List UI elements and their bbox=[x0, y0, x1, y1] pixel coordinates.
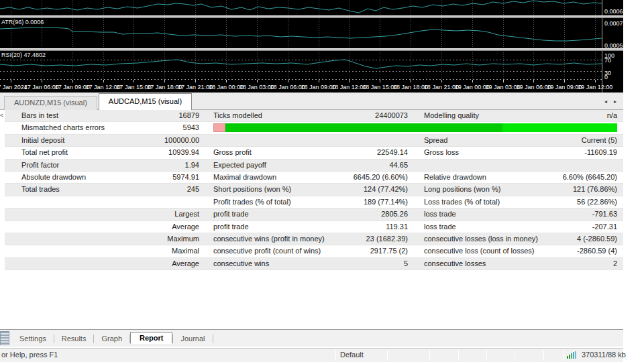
time-axis-label: 19 Jan 00:00 bbox=[455, 84, 490, 90]
time-axis-label: 18 Jan 12:00 bbox=[331, 84, 366, 90]
tab-separator bbox=[213, 335, 213, 343]
report-row: Maximumconsecutive wins (profit in money… bbox=[5, 233, 623, 245]
time-axis-label: 19 Jan 12:00 bbox=[578, 84, 612, 90]
time-tick bbox=[595, 80, 596, 82]
report-cell-value: -11609.19 bbox=[424, 147, 617, 158]
report-cell-value: 56 (22.86%) bbox=[424, 196, 617, 208]
tester-tab-graph[interactable]: Graph bbox=[94, 335, 129, 343]
tester-tab-report[interactable]: Report bbox=[130, 332, 172, 344]
rsi-pane-line bbox=[0, 51, 602, 79]
chart-area[interactable]: 17 Jan 202417 Jan 06:0017 Jan 09:0017 Ja… bbox=[0, 0, 623, 93]
tester-tab-results[interactable]: Results bbox=[54, 335, 94, 343]
time-tick bbox=[11, 80, 11, 82]
time-tick bbox=[42, 80, 42, 82]
report-row: Initial deposit100000.00SpreadCurrent (5… bbox=[5, 135, 623, 147]
status-separator bbox=[335, 350, 336, 361]
time-tick bbox=[349, 80, 350, 82]
time-tick bbox=[226, 80, 227, 82]
quality-segment-quality-mid bbox=[225, 123, 502, 132]
chart-tab-bar: AUDNZD,M15 (visual)AUDCAD,M15 (visual) ◂… bbox=[0, 93, 623, 110]
chart-tab[interactable]: AUDNZD,M15 (visual) bbox=[4, 96, 97, 110]
tab-scroll-arrows: ◂ ▸ bbox=[604, 99, 616, 105]
memory-usage-text: 370311/88 kb bbox=[582, 351, 626, 359]
price-scale-label: 0.0005 bbox=[604, 42, 623, 49]
status-profile[interactable]: Default bbox=[340, 351, 364, 359]
report-cell-value: 245 bbox=[21, 184, 199, 195]
report-cell-value: 23 (1682.39) bbox=[213, 233, 408, 245]
report-row: Profit factor1.94Expected payoff44.65 bbox=[5, 160, 623, 172]
report-cell-value: Largest bbox=[21, 208, 199, 220]
time-axis-label: 17 Jan 2024 bbox=[0, 84, 28, 90]
time-tick bbox=[533, 80, 534, 82]
time-axis-label: 18 Jan 15:00 bbox=[362, 84, 397, 90]
indicator-label: RSI(20) 47.4802 bbox=[1, 52, 46, 58]
report-cell-value: n/a bbox=[424, 110, 617, 121]
report-row: Total net profit10939.94Gross profit2254… bbox=[5, 147, 623, 159]
tester-tab-bar: SettingsResultsGraphReportJournal bbox=[0, 329, 623, 347]
pane-separator[interactable] bbox=[0, 15, 623, 18]
price-scale-axis bbox=[602, 0, 602, 93]
price-scale-label: 0 bbox=[604, 74, 608, 80]
report-cell-value: Maximum bbox=[21, 233, 199, 245]
report-cell-value: Average bbox=[21, 258, 199, 269]
report-row: Mismatched charts errors5943 bbox=[5, 122, 623, 134]
window-grip-icon[interactable] bbox=[0, 331, 9, 345]
time-axis-label: 18 Jan 06:00 bbox=[270, 84, 305, 90]
atr-pane-line bbox=[0, 18, 602, 48]
report-cell-value: -207.31 bbox=[424, 221, 617, 233]
indicator-label: ATR(96) 0.0006 bbox=[1, 19, 44, 25]
tester-tab-settings[interactable]: Settings bbox=[12, 335, 54, 343]
report-row: Averageprofit trade119.31loss trade-207.… bbox=[5, 221, 623, 233]
status-separator bbox=[486, 350, 487, 361]
status-separator bbox=[429, 350, 430, 361]
report-cell-value: 5943 bbox=[21, 122, 199, 133]
report-cell-value: -791.63 bbox=[424, 208, 617, 220]
modelling-quality-bar bbox=[213, 123, 617, 132]
report-cell-value: 10939.94 bbox=[21, 147, 199, 158]
report-row: Profit trades (% of total)189 (77.14%)Lo… bbox=[5, 196, 623, 208]
memory-bars-icon bbox=[567, 351, 578, 359]
report-cell-value: 16879 bbox=[21, 110, 199, 121]
price-scale-label: 0.0006 bbox=[604, 8, 623, 15]
quality-segment-quality-high bbox=[502, 123, 617, 132]
price-pane-line bbox=[0, 0, 602, 15]
tab-scroll-right-icon[interactable]: ▸ bbox=[614, 99, 616, 105]
time-tick bbox=[380, 80, 380, 82]
price-scale-label: 70 bbox=[604, 57, 611, 64]
chart-tab[interactable]: AUDCAD,M15 (visual) bbox=[99, 93, 192, 110]
tester-tabs: SettingsResultsGraphReportJournal bbox=[12, 331, 213, 346]
time-axis-label: 17 Jan 21:00 bbox=[178, 84, 213, 90]
rsi-pane[interactable]: RSI(20) 47.4802 bbox=[0, 51, 602, 79]
report-cell-value: 6645.20 (6.60%) bbox=[213, 172, 408, 183]
report-table: Bars in test16879Ticks modelled24400073M… bbox=[5, 110, 623, 270]
time-tick bbox=[164, 80, 165, 82]
memory-bar bbox=[571, 353, 572, 359]
report-row: Maximalconsecutive profit (count of wins… bbox=[5, 245, 623, 257]
status-help-text: or Help, press F1 bbox=[1, 351, 58, 359]
report-cell-value: 5 bbox=[213, 258, 408, 269]
time-axis-border bbox=[0, 79, 602, 80]
report-cell-value: Average bbox=[21, 221, 199, 233]
time-axis-label: 18 Jan 00:00 bbox=[209, 84, 244, 90]
time-axis-label: 18 Jan 21:00 bbox=[424, 84, 459, 90]
report-cell-value: Maximal bbox=[21, 245, 199, 257]
status-separator bbox=[543, 350, 544, 361]
time-axis-label: 17 Jan 12:00 bbox=[86, 84, 121, 90]
report-row: Bars in test16879Ticks modelled24400073M… bbox=[5, 110, 623, 122]
time-axis[interactable]: 17 Jan 202417 Jan 06:0017 Jan 09:0017 Ja… bbox=[0, 79, 623, 93]
report-cell-value: 189 (77.14%) bbox=[213, 196, 408, 208]
report-cell-value: -2860.59 (4) bbox=[424, 245, 617, 257]
price-pane[interactable] bbox=[0, 0, 602, 15]
time-axis-label: 17 Jan 15:00 bbox=[116, 84, 151, 90]
tester-tab-journal[interactable]: Journal bbox=[173, 335, 212, 343]
status-separator bbox=[564, 350, 564, 361]
atr-pane[interactable]: ATR(96) 0.0006 bbox=[0, 18, 602, 48]
report-cell-value: 5974.91 bbox=[21, 172, 199, 183]
tab-scroll-left-icon[interactable]: ◂ bbox=[604, 99, 607, 105]
terminal-window: 17 Jan 202417 Jan 06:0017 Jan 09:0017 Ja… bbox=[0, 0, 623, 362]
time-axis-label: 19 Jan 06:00 bbox=[516, 84, 551, 90]
pane-separator[interactable] bbox=[0, 48, 623, 51]
time-axis-label: 18 Jan 18:00 bbox=[393, 84, 428, 90]
memory-bar bbox=[569, 355, 570, 359]
time-tick bbox=[288, 80, 288, 82]
